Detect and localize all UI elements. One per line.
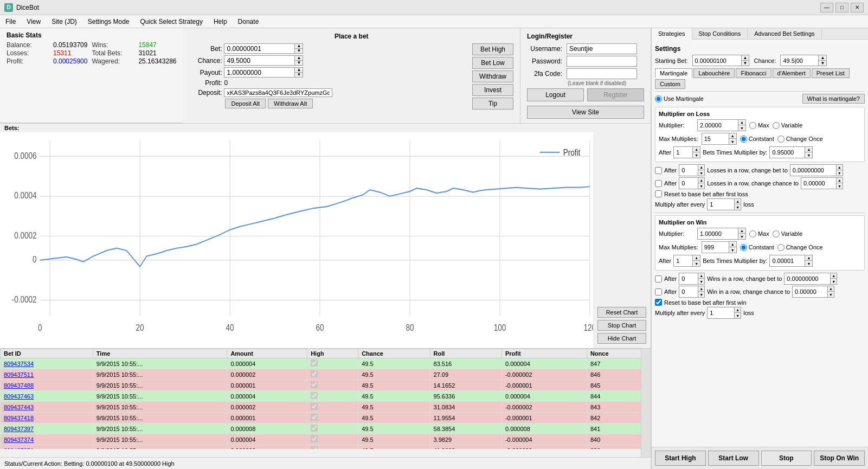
bet-low-button[interactable]: Bet Low (472, 57, 513, 69)
strategy-dalembert[interactable]: d'Alembert (773, 68, 811, 78)
change-once-loss-radio[interactable]: Change Once (777, 136, 823, 143)
twofa-input[interactable] (567, 68, 637, 79)
lc2-up[interactable]: ▲ (698, 178, 704, 183)
reset-base-loss-check[interactable] (655, 190, 662, 197)
times-mult-win-up[interactable]: ▲ (805, 255, 812, 261)
withdraw-button[interactable]: Withdraw (472, 70, 513, 82)
reset-base-win-check[interactable] (655, 299, 662, 306)
loss-cond-2-after[interactable] (679, 177, 698, 189)
max-mul-loss-input[interactable] (702, 133, 729, 145)
wc1-up[interactable]: ▲ (698, 273, 704, 279)
chance-spin-down[interactable]: ▼ (295, 61, 303, 65)
bet-input[interactable] (224, 43, 294, 54)
chance-up-right[interactable]: ▲ (819, 55, 826, 61)
menu-settings[interactable]: Settings Mode (82, 15, 135, 28)
max-mul-win-input[interactable] (702, 241, 729, 253)
deposit-alt-button[interactable]: Deposit Alt (225, 99, 266, 108)
menu-quick-select[interactable]: Quick Select Strategy (135, 15, 208, 28)
lc1-down[interactable]: ▼ (698, 170, 704, 176)
loss-cond-2-check[interactable] (655, 180, 662, 187)
minimize-button[interactable]: — (820, 3, 833, 12)
loss-cond-1-check[interactable] (655, 167, 662, 174)
mew-down[interactable]: ▼ (735, 313, 741, 318)
max-mul-loss-down[interactable]: ▼ (729, 139, 736, 144)
tab-stop-conditions[interactable]: Stop Conditions (692, 28, 748, 39)
tab-strategies[interactable]: Strategies (652, 28, 692, 40)
max-loss-radio[interactable]: Max (749, 122, 769, 129)
lc2v-up[interactable]: ▲ (837, 178, 843, 183)
after-win-input[interactable] (673, 255, 692, 267)
reset-chart-button[interactable]: Reset Chart (597, 307, 646, 318)
payout-spin-down[interactable]: ▼ (295, 73, 303, 77)
what-is-martingale-button[interactable]: What is martingale? (802, 94, 865, 104)
mul-win-up[interactable]: ▲ (738, 228, 745, 234)
bet-id-link[interactable]: 809437443 (4, 404, 34, 410)
lc2v-down[interactable]: ▼ (837, 183, 843, 189)
win-cond-1-val[interactable] (784, 273, 830, 285)
deposit-input[interactable] (224, 88, 332, 97)
bets-table-scroll[interactable]: Bet ID Time Amount High Chance Roll Prof… (0, 349, 651, 449)
win-cond-2-after[interactable] (679, 286, 698, 298)
tab-advanced-bet[interactable]: Advanced Bet Settings (748, 28, 821, 39)
hide-chart-button[interactable]: Hide Chart (597, 333, 646, 344)
max-mul-win-down[interactable]: ▼ (729, 247, 736, 253)
bet-id-link[interactable]: 809437418 (4, 415, 34, 421)
mul-loss-up[interactable]: ▲ (738, 120, 745, 125)
bet-id-link[interactable]: 809437511 (4, 371, 34, 378)
loss-cond-1-after[interactable] (679, 164, 698, 176)
times-mult-win-down[interactable]: ▼ (805, 261, 812, 266)
menu-file[interactable]: File (0, 15, 21, 28)
stop-on-win-button[interactable]: Stop On Win (814, 451, 865, 466)
lc1v-down[interactable]: ▼ (837, 170, 843, 176)
lc1v-up[interactable]: ▲ (837, 165, 843, 170)
mul-every-win-input[interactable] (707, 307, 734, 319)
mul-loss-input[interactable] (697, 119, 738, 131)
strategy-labouchere[interactable]: Labouchère (693, 68, 735, 78)
stop-chart-button[interactable]: Stop Chart (597, 320, 646, 331)
max-mul-win-up[interactable]: ▲ (729, 242, 736, 247)
mul-win-input[interactable] (697, 228, 738, 240)
bet-spin-down[interactable]: ▼ (295, 49, 303, 53)
after-win-down[interactable]: ▼ (693, 261, 700, 266)
starting-bet-up[interactable]: ▲ (742, 55, 749, 61)
win-cond-1-after[interactable] (679, 273, 698, 285)
loss-cond-2-val[interactable] (801, 177, 836, 189)
payout-input[interactable] (224, 67, 294, 78)
bet-id-link[interactable]: 809437351 (4, 447, 34, 449)
after-loss-up[interactable]: ▲ (693, 147, 700, 152)
bet-id-link[interactable]: 809437374 (4, 436, 34, 443)
mel-down[interactable]: ▼ (735, 204, 741, 210)
bet-id-link[interactable]: 809437397 (4, 426, 34, 432)
mul-loss-down[interactable]: ▼ (738, 125, 745, 131)
mel-up[interactable]: ▲ (735, 199, 741, 204)
password-input[interactable] (567, 56, 637, 67)
menu-site[interactable]: Site (JD) (46, 15, 82, 28)
mew-up[interactable]: ▲ (735, 307, 741, 313)
loss-cond-1-val[interactable] (790, 164, 836, 176)
wc1v-down[interactable]: ▼ (831, 279, 837, 284)
wc1v-up[interactable]: ▲ (831, 273, 837, 279)
wc1-down[interactable]: ▼ (698, 279, 704, 284)
lc2-down[interactable]: ▼ (698, 183, 704, 189)
restore-button[interactable]: □ (835, 3, 848, 12)
change-once-win-radio[interactable]: Change Once (777, 244, 823, 251)
after-loss-input[interactable] (673, 146, 692, 158)
wc2v-down[interactable]: ▼ (828, 292, 834, 297)
after-win-up[interactable]: ▲ (693, 255, 700, 261)
view-site-button[interactable]: View Site (527, 106, 644, 119)
close-button[interactable]: ✕ (851, 3, 864, 12)
variable-win-radio[interactable]: Variable (773, 230, 803, 237)
constant-loss-radio[interactable]: Contstant (740, 136, 774, 143)
start-low-button[interactable]: Start Low (708, 451, 759, 466)
starting-bet-input[interactable] (692, 55, 741, 66)
times-mult-loss-up[interactable]: ▲ (805, 147, 812, 152)
chance-input[interactable] (224, 55, 294, 66)
invest-button[interactable]: Invest (472, 84, 513, 96)
times-mult-loss-input[interactable] (769, 146, 805, 158)
use-martingale-radio[interactable]: Use Martingale (655, 95, 704, 102)
menu-help[interactable]: Help (208, 15, 233, 28)
times-mult-win-input[interactable] (769, 255, 805, 267)
menu-donate[interactable]: Donate (233, 15, 265, 28)
mul-win-down[interactable]: ▼ (738, 234, 745, 239)
max-win-radio[interactable]: Max (749, 230, 769, 237)
